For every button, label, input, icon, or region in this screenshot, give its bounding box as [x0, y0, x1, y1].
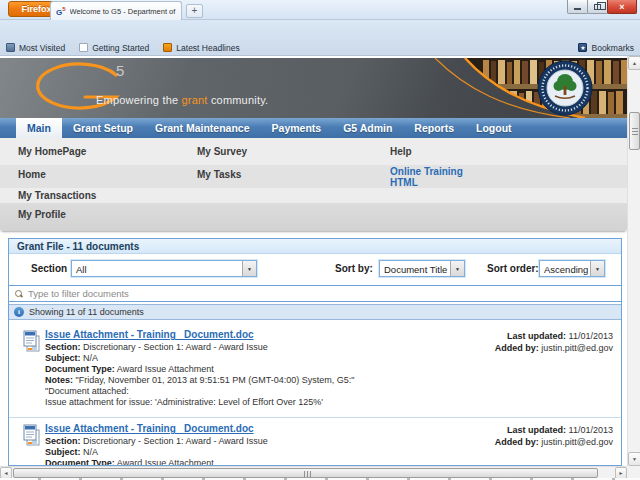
filter-input[interactable]: Type to filter documents — [9, 285, 621, 302]
menu-row: My HomePage My Survey Help — [0, 138, 627, 165]
menu-item-my-transactions[interactable]: My Transactions — [18, 190, 96, 201]
sort-by-select[interactable]: Document Title ▼ — [379, 260, 465, 277]
sort-order-select[interactable]: Ascending ▼ — [539, 260, 605, 277]
page-icon — [79, 43, 88, 52]
thumb-grip — [632, 128, 638, 135]
bookmark-label: Getting Started — [92, 43, 149, 53]
main-navigation: Main Grant Setup Grant Maintenance Payme… — [0, 118, 627, 138]
horizontal-scrollbar-thumb[interactable] — [13, 468, 598, 478]
horizontal-scrollbar[interactable]: ◄ ► — [0, 466, 627, 478]
firefox-menu-label: Firefox — [21, 4, 51, 14]
document-row: Issue Attachment - Training _Document.do… — [9, 423, 621, 466]
title-bar: Firefox ▾ G5 Welcome to G5 - Department … — [0, 0, 640, 20]
nav-tab-main[interactable]: Main — [16, 118, 62, 138]
menu-row: My Transactions — [0, 188, 627, 203]
document-meta: Last updated: 11/01/2013 Added by: justi… — [495, 424, 613, 448]
sort-order-select-value: Ascending — [540, 261, 590, 276]
browser-window: Firefox ▾ G5 Welcome to G5 - Department … — [0, 0, 640, 480]
scroll-down-button[interactable]: ▼ — [628, 452, 640, 466]
bookmarks-toolbar: Most Visited Getting Started Latest Head… — [0, 40, 640, 56]
sort-by-label: Sort by: — [335, 263, 373, 274]
filter-placeholder: Type to filter documents — [28, 288, 129, 299]
document-meta: Last updated: 11/01/2013 Added by: justi… — [495, 330, 613, 354]
nav-tab-reports[interactable]: Reports — [403, 118, 465, 138]
restore-button[interactable] — [587, 0, 608, 14]
document-type: Document Type: Award Issue Attachment — [45, 364, 214, 374]
filter-search-icon — [15, 290, 22, 297]
bookmarks-icon: ★ — [578, 43, 587, 52]
document-subject: Subject: N/A — [45, 353, 98, 363]
section-select-value: All — [72, 261, 242, 276]
document-controls: Section All ▼ Sort by: Document Title ▼ … — [9, 254, 621, 285]
sort-order-label: Sort order: — [487, 263, 539, 274]
grant-file-header: Grant File - 11 documents — [9, 239, 621, 254]
document-section: Section: Discretionary - Section 1: Awar… — [45, 436, 268, 446]
tab-title: Welcome to G5 - Department of Educati... — [70, 7, 176, 16]
chevron-down-icon: ▼ — [590, 261, 604, 276]
bookmark-most-visited[interactable]: Most Visited — [6, 43, 65, 53]
bookmark-label: Most Visited — [19, 43, 65, 53]
grant-file-panel: Grant File - 11 documents Section All ▼ … — [8, 238, 622, 466]
document-list: Issue Attachment - Training _Document.do… — [9, 321, 621, 466]
new-tab-button[interactable]: + — [186, 4, 203, 18]
scroll-up-button[interactable]: ▲ — [628, 56, 640, 70]
minimize-button[interactable] — [567, 0, 588, 14]
document-row: Issue Attachment - Training _Document.do… — [9, 329, 621, 417]
feed-icon — [163, 43, 172, 52]
document-subject: Subject: N/A — [45, 447, 98, 457]
scrollbar-corner — [627, 466, 640, 478]
nav-tab-grant-maintenance[interactable]: Grant Maintenance — [144, 118, 261, 138]
menu-item-home[interactable]: Home — [18, 169, 46, 180]
nav-tab-grant-setup[interactable]: Grant Setup — [62, 118, 144, 138]
nav-tab-logout[interactable]: Logout — [465, 118, 523, 138]
navigation-toolbar: G5 http://sodalite:8081/wps/myportal/!ut… — [0, 20, 640, 40]
scroll-left-icon: ◄ — [4, 470, 9, 476]
g5-favicon-icon: G5 — [56, 6, 66, 17]
document-section: Section: Discretionary - Section 1: Awar… — [45, 342, 268, 352]
nav-tab-g5-admin[interactable]: G5 Admin — [332, 118, 403, 138]
most-visited-icon — [6, 43, 15, 52]
menu-item-my-survey[interactable]: My Survey — [197, 146, 247, 157]
g5-logo-superscript: 5 — [116, 62, 124, 79]
document-title-link[interactable]: Issue Attachment - Training _Document.do… — [45, 329, 254, 340]
page-content: 5 Empowering the grant community. Main G… — [0, 56, 627, 466]
document-icon[interactable] — [23, 424, 41, 446]
menu-item-help[interactable]: Help — [390, 146, 412, 157]
bookmark-latest-headlines[interactable]: Latest Headlines — [163, 43, 239, 53]
info-icon: i — [14, 307, 24, 317]
menu-item-my-profile[interactable]: My Profile — [18, 209, 66, 220]
thumb-grip — [304, 471, 312, 477]
section-label: Section — [31, 263, 67, 274]
divider — [9, 417, 621, 418]
scroll-up-icon: ▲ — [632, 60, 637, 66]
menu-item-my-homepage[interactable]: My HomePage — [18, 146, 86, 157]
menu-item-my-tasks[interactable]: My Tasks — [197, 169, 241, 180]
chevron-down-icon: ▼ — [242, 261, 256, 276]
window-controls: × — [568, 0, 637, 14]
scroll-down-icon: ▼ — [632, 456, 637, 462]
restore-icon — [594, 4, 601, 10]
menu-row: Home My Tasks Online Training HTML — [0, 165, 627, 188]
document-type: Document Type: Award Issue Attachment — [45, 458, 214, 466]
link-online-training[interactable]: Online Training — [390, 166, 463, 177]
browser-tab[interactable]: G5 Welcome to G5 - Department of Educati… — [50, 1, 182, 20]
nav-tab-payments[interactable]: Payments — [261, 118, 333, 138]
main-menu-panel: My HomePage My Survey Help Home My Tasks… — [0, 138, 627, 232]
close-button[interactable]: × — [607, 0, 637, 14]
minimize-icon — [574, 8, 581, 10]
vertical-scrollbar[interactable]: ▲ ▼ — [627, 56, 640, 466]
document-notes-2: "Document attached: — [45, 386, 129, 396]
bookmarks-menu-button[interactable]: ★ Bookmarks — [578, 43, 634, 53]
document-icon[interactable] — [23, 330, 41, 352]
menu-row: My Profile — [0, 203, 627, 232]
document-notes: Notes: "Friday, November 01, 2013 at 9:5… — [45, 375, 354, 385]
g5-banner: 5 Empowering the grant community. — [0, 58, 627, 118]
bookmarks-menu-label: Bookmarks — [591, 43, 634, 53]
bookmark-getting-started[interactable]: Getting Started — [79, 43, 149, 53]
close-icon: × — [619, 2, 624, 12]
section-select[interactable]: All ▼ — [71, 260, 257, 277]
document-title-link[interactable]: Issue Attachment - Training _Document.do… — [45, 423, 254, 434]
link-html[interactable]: HTML — [390, 177, 418, 188]
department-of-education-seal — [537, 60, 593, 116]
vertical-scrollbar-thumb[interactable] — [629, 112, 640, 150]
